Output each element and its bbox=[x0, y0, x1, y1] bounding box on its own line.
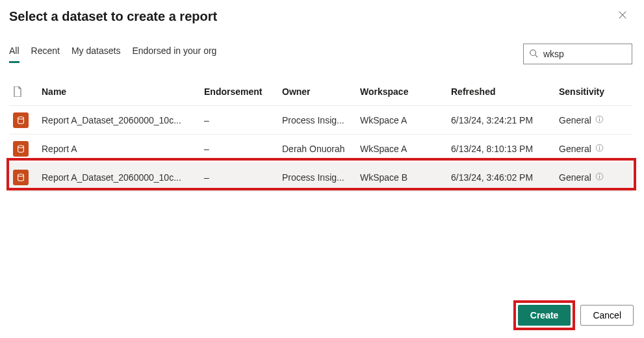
tab-endorsed[interactable]: Endorsed in your org bbox=[132, 46, 216, 63]
select-dataset-dialog: Select a dataset to create a report All … bbox=[0, 0, 644, 338]
cancel-button[interactable]: Cancel bbox=[580, 305, 634, 326]
table-row[interactable]: Report A_Dataset_2060000_10c... – Proces… bbox=[9, 106, 632, 135]
cell-sensitivity: General bbox=[559, 144, 632, 154]
sensitivity-label: General bbox=[559, 172, 591, 183]
table-row[interactable]: Report A – Derah Onuorah WkSpace A 6/13/… bbox=[9, 135, 632, 163]
cell-sensitivity: General bbox=[559, 172, 632, 183]
col-sensitivity[interactable]: Sensitivity bbox=[559, 86, 632, 97]
tabs: All Recent My datasets Endorsed in your … bbox=[9, 46, 216, 63]
svg-line-1 bbox=[535, 55, 538, 57]
cell-workspace: WkSpace A bbox=[360, 144, 451, 154]
cell-name: Report A_Dataset_2060000_10c... bbox=[42, 172, 204, 183]
cell-workspace: WkSpace A bbox=[360, 115, 451, 125]
tab-recent[interactable]: Recent bbox=[31, 46, 60, 63]
col-owner[interactable]: Owner bbox=[282, 86, 360, 97]
create-button[interactable]: Create bbox=[518, 305, 571, 326]
cell-endorsement: – bbox=[204, 172, 282, 183]
col-workspace[interactable]: Workspace bbox=[360, 86, 451, 97]
col-name[interactable]: Name bbox=[42, 86, 204, 97]
info-icon[interactable] bbox=[595, 144, 604, 154]
dataset-icon bbox=[13, 141, 42, 157]
cell-endorsement: – bbox=[204, 115, 282, 125]
cell-sensitivity: General bbox=[559, 115, 632, 125]
tab-all[interactable]: All bbox=[9, 46, 19, 63]
search-input[interactable] bbox=[542, 48, 626, 60]
search-box[interactable] bbox=[523, 44, 632, 64]
svg-point-2 bbox=[18, 116, 24, 119]
cell-name: Report A bbox=[42, 144, 204, 154]
table-row[interactable]: Report A_Dataset_2060000_10c... – Proces… bbox=[9, 163, 632, 192]
cell-refreshed: 6/13/24, 8:10:13 PM bbox=[451, 144, 559, 154]
cell-refreshed: 6/13/24, 3:46:02 PM bbox=[451, 172, 559, 183]
info-icon[interactable] bbox=[595, 172, 604, 183]
info-icon[interactable] bbox=[595, 115, 604, 125]
dataset-icon bbox=[13, 112, 42, 128]
dialog-title: Select a dataset to create a report bbox=[9, 9, 217, 24]
svg-point-13 bbox=[599, 174, 600, 174]
col-endorsement[interactable]: Endorsement bbox=[204, 86, 282, 97]
cell-owner: Derah Onuorah bbox=[282, 144, 360, 154]
cell-name: Report A_Dataset_2060000_10c... bbox=[42, 115, 204, 125]
sensitivity-label: General bbox=[559, 144, 591, 154]
dataset-icon bbox=[13, 170, 42, 185]
svg-point-5 bbox=[599, 116, 600, 117]
create-highlight: Create bbox=[513, 300, 576, 330]
cell-workspace: WkSpace B bbox=[360, 172, 451, 183]
table-header-row: Name Endorsement Owner Workspace Refresh… bbox=[9, 77, 632, 106]
dataset-table: Name Endorsement Owner Workspace Refresh… bbox=[9, 77, 632, 192]
close-icon[interactable] bbox=[613, 8, 632, 24]
col-refreshed[interactable]: Refreshed bbox=[451, 86, 559, 97]
search-icon bbox=[529, 49, 538, 60]
dialog-footer: Create Cancel bbox=[513, 300, 634, 330]
cell-endorsement: – bbox=[204, 144, 282, 154]
file-icon bbox=[13, 86, 42, 97]
sensitivity-label: General bbox=[559, 115, 591, 125]
tab-my-datasets[interactable]: My datasets bbox=[71, 46, 120, 63]
svg-point-6 bbox=[18, 145, 24, 148]
cell-owner: Process Insig... bbox=[282, 115, 360, 125]
cell-owner: Process Insig... bbox=[282, 172, 360, 183]
svg-point-10 bbox=[18, 174, 24, 176]
svg-point-9 bbox=[599, 145, 600, 146]
svg-point-0 bbox=[530, 49, 536, 55]
cell-refreshed: 6/13/24, 3:24:21 PM bbox=[451, 115, 559, 125]
